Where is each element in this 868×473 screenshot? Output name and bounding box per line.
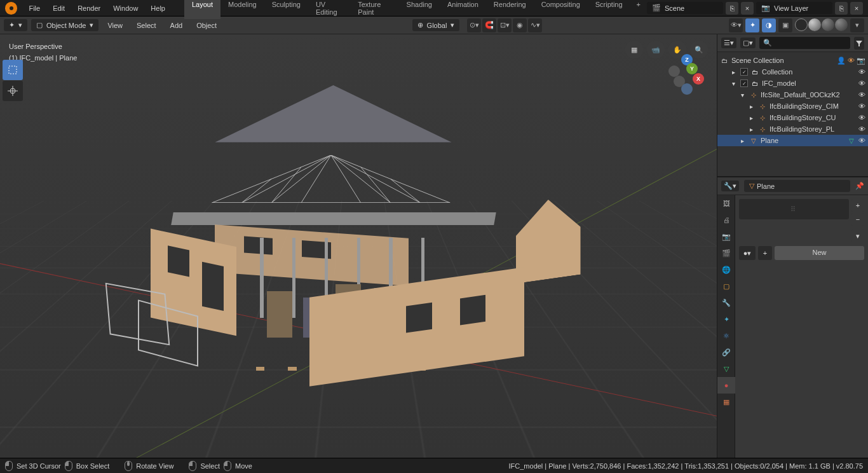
outliner-search[interactable]: 🔍 xyxy=(759,37,850,49)
expand-icon[interactable]: ▾ xyxy=(738,90,747,99)
proportional-toggle[interactable]: ◉ xyxy=(513,18,527,32)
visibility-toggle[interactable]: 👁 xyxy=(858,91,865,99)
viewlayer-new-button[interactable]: ⎘ xyxy=(835,2,848,15)
workspace-tab-scripting[interactable]: Scripting xyxy=(588,0,630,19)
snap-options[interactable]: ⊡▾ xyxy=(498,18,512,32)
tab-mesh-data[interactable]: ▽ xyxy=(717,360,735,377)
orientation-selector[interactable]: ⊕ Global ▾ xyxy=(412,19,460,31)
overlay-toggle[interactable]: ◑ xyxy=(762,18,776,32)
shading-solid[interactable] xyxy=(808,18,821,31)
tree-row-ifc-model[interactable]: ▾ 🗀 IFC_model 👁 xyxy=(717,78,868,89)
collection-checkbox[interactable] xyxy=(740,68,748,76)
tab-world[interactable]: 🌐 xyxy=(717,261,735,278)
editor-type-dropdown[interactable]: ✦ ▾ xyxy=(4,19,27,31)
zoom-button[interactable]: 🔍 xyxy=(690,41,708,58)
outliner-editor-type[interactable]: ☰▾ xyxy=(721,38,736,48)
3d-viewport[interactable]: User Perspective (1) IFC_model | Plane ▦… xyxy=(0,34,717,458)
properties-editor-type[interactable]: 🔧▾ xyxy=(721,181,739,191)
workspace-tab-layout[interactable]: Layout xyxy=(184,0,220,19)
workspace-tab-rendering[interactable]: Rendering xyxy=(486,0,534,19)
workspace-tab-texpaint[interactable]: Texture Paint xyxy=(350,0,398,19)
visibility-toggle[interactable]: 👁 xyxy=(858,137,865,144)
material-slot-list[interactable]: ⠿ xyxy=(739,199,849,219)
cursor-tool[interactable] xyxy=(3,81,23,101)
menu-window[interactable]: Window xyxy=(107,2,144,15)
scene-delete-button[interactable]: × xyxy=(741,2,754,15)
workspace-tab-animation[interactable]: Animation xyxy=(440,0,486,19)
mode-selector[interactable]: ▢ Object Mode ▾ xyxy=(31,19,98,31)
visibility-popover[interactable]: 👁▾ xyxy=(729,18,743,32)
menu-file[interactable]: File xyxy=(22,2,46,15)
camera-view-button[interactable]: ▦ xyxy=(625,41,643,58)
tab-object[interactable]: ▢ xyxy=(717,278,735,294)
outliner-filter-button[interactable] xyxy=(854,37,864,50)
view-menu[interactable]: View xyxy=(102,20,128,31)
material-slot-add[interactable]: + xyxy=(851,199,864,212)
shading-wireframe[interactable] xyxy=(795,18,808,31)
properties-context-path[interactable]: ▽ Plane xyxy=(744,180,850,192)
scene-new-button[interactable]: ⎘ xyxy=(726,2,738,15)
snap-toggle[interactable]: 🧲 xyxy=(482,18,496,32)
camera-toggle-button[interactable]: 📹 xyxy=(647,41,665,58)
expand-icon[interactable]: ▸ xyxy=(738,136,747,145)
tab-viewlayer[interactable]: 📷 xyxy=(717,228,735,245)
tab-constraint[interactable]: 🔗 xyxy=(717,344,735,360)
select-menu[interactable]: Select xyxy=(132,20,161,31)
scene-selector[interactable]: 🎬 Scene xyxy=(647,2,723,14)
menu-render[interactable]: Render xyxy=(71,2,107,15)
workspace-tab-modeling[interactable]: Modeling xyxy=(220,0,264,19)
workspace-tab-sculpting[interactable]: Sculpting xyxy=(264,0,308,19)
search-input[interactable] xyxy=(775,39,846,47)
expand-icon[interactable]: ▸ xyxy=(729,67,738,76)
shading-lookdev[interactable] xyxy=(822,18,834,31)
gizmo-neg-z[interactable] xyxy=(681,83,693,95)
tab-material[interactable]: ● xyxy=(717,377,735,394)
material-slot-remove[interactable]: − xyxy=(851,213,864,226)
select-box-tool[interactable] xyxy=(3,60,23,80)
navigation-gizmo[interactable]: Z Y X xyxy=(668,57,704,92)
material-new-button[interactable]: New xyxy=(775,246,864,260)
material-browse-button[interactable]: ●▾ xyxy=(739,246,756,260)
tree-row-collection[interactable]: ▸ 🗀 Collection 👁 xyxy=(717,66,868,78)
proportional-options[interactable]: ∿▾ xyxy=(528,18,542,32)
tree-row-storey-3[interactable]: ▸ ⊹ IfcBuildingStorey_PL 👁 xyxy=(717,123,868,135)
visibility-toggle[interactable]: 👁 xyxy=(858,68,865,76)
material-add-button[interactable]: + xyxy=(758,246,772,260)
pin-icon[interactable]: 📌 xyxy=(855,182,864,190)
workspace-tab-compositing[interactable]: Compositing xyxy=(534,0,588,19)
visibility-toggle[interactable]: 👁 xyxy=(858,125,865,133)
visibility-toggle[interactable]: 👁 xyxy=(858,79,865,87)
tree-row-scene-collection[interactable]: 🗀 Scene Collection 👤 👁 📷 xyxy=(717,55,868,66)
collection-checkbox[interactable] xyxy=(740,79,748,87)
tab-modifier[interactable]: 🔧 xyxy=(717,294,735,311)
workspace-tab-uv[interactable]: UV Editing xyxy=(308,0,350,19)
xray-toggle[interactable]: ▣ xyxy=(778,18,792,32)
add-menu[interactable]: Add xyxy=(165,20,188,31)
object-menu[interactable]: Object xyxy=(191,20,222,31)
tab-physics[interactable]: ⚛ xyxy=(717,327,735,344)
expand-icon[interactable]: ▸ xyxy=(747,102,756,111)
outliner-display-mode[interactable]: ▢▾ xyxy=(740,38,756,48)
workspace-add-button[interactable]: + xyxy=(630,0,647,19)
material-slot-menu[interactable]: ▾ xyxy=(851,230,864,242)
expand-icon[interactable]: ▸ xyxy=(747,125,756,134)
tab-output[interactable]: 🖨 xyxy=(717,212,735,228)
shading-options[interactable]: ▾ xyxy=(850,18,864,32)
tab-particle[interactable]: ✦ xyxy=(717,311,735,327)
visibility-toggle[interactable]: 👁 xyxy=(858,102,865,110)
visibility-toggle[interactable]: 👁 xyxy=(858,114,865,121)
shading-rendered[interactable] xyxy=(835,18,848,31)
viewlayer-selector[interactable]: 📷 View Layer xyxy=(756,2,832,14)
menu-edit[interactable]: Edit xyxy=(46,2,71,15)
tree-row-storey-1[interactable]: ▸ ⊹ IfcBuildingStorey_CIM 👁 xyxy=(717,100,868,112)
tab-render[interactable]: 🖼 xyxy=(717,195,735,212)
gizmo-x-axis[interactable]: X xyxy=(693,73,704,85)
viewlayer-delete-button[interactable]: × xyxy=(850,2,863,15)
menu-help[interactable]: Help xyxy=(144,2,172,15)
tab-scene[interactable]: 🎬 xyxy=(717,245,735,261)
expand-icon[interactable]: ▾ xyxy=(729,79,738,88)
gizmo-y-axis[interactable]: Y xyxy=(686,63,698,74)
tab-texture[interactable]: ▦ xyxy=(717,394,735,410)
tree-row-storey-2[interactable]: ▸ ⊹ IfcBuildingStorey_CU 👁 xyxy=(717,112,868,123)
expand-icon[interactable]: ▸ xyxy=(747,113,756,122)
